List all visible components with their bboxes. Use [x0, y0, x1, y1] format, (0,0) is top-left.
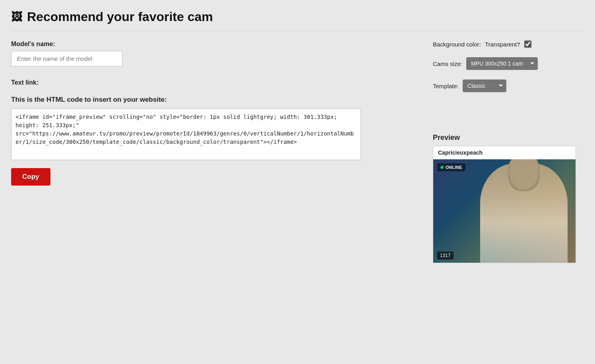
cams-size-label: Cams size: — [433, 60, 462, 67]
right-options: Background color: Transparent? Cams size… — [433, 41, 584, 263]
background-color-row: Background color: Transparent? — [433, 41, 584, 48]
model-name-label: Model's name: — [11, 41, 417, 48]
preview-title: Preview — [433, 134, 584, 142]
text-link-section: Text link: — [11, 79, 417, 86]
template-row: Template: Classic Modern Minimal — [433, 79, 584, 92]
cams-size-row: Cams size: MPU 300x250 1 cam MPU 300x250… — [433, 57, 584, 70]
cams-size-select[interactable]: MPU 300x250 1 cam MPU 300x250 2 cams Lea… — [466, 57, 538, 70]
online-status: ONLINE — [446, 165, 462, 170]
online-dot — [440, 166, 444, 169]
preview-model-name: Capricieuxpeach — [433, 146, 576, 159]
preview-section: Preview Capricieuxpeach ONLINE 1317 — [433, 134, 584, 263]
html-code-textarea[interactable] — [11, 108, 361, 160]
model-name-input[interactable] — [11, 51, 122, 66]
html-code-title: This is the HTML code to insert on your … — [11, 96, 417, 104]
background-color-label: Background color: — [433, 41, 481, 48]
transparent-checkbox[interactable] — [524, 41, 531, 48]
template-select[interactable]: Classic Modern Minimal — [463, 79, 506, 92]
html-code-section: This is the HTML code to insert on your … — [11, 96, 417, 186]
preview-image: ONLINE 1317 — [433, 159, 576, 263]
online-badge: ONLINE — [437, 163, 465, 171]
template-label: Template: — [433, 83, 459, 89]
camera-icon: 🖼 — [11, 10, 22, 23]
viewer-count: 1317 — [437, 252, 454, 259]
model-name-group: Model's name: — [11, 41, 417, 66]
preview-figure — [480, 163, 568, 263]
page-title: 🖼 Recommend your favorite cam — [11, 10, 584, 31]
preview-card: Capricieuxpeach ONLINE 1317 — [433, 146, 576, 263]
transparent-label: Transparent? — [485, 41, 520, 48]
text-link-label: Text link: — [11, 79, 417, 86]
copy-button[interactable]: Copy — [11, 168, 50, 186]
